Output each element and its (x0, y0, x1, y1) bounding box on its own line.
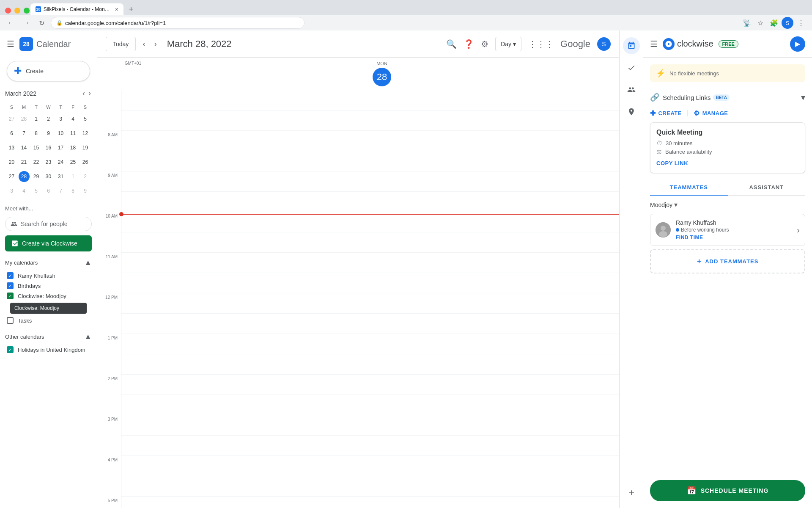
mini-cal-day[interactable]: 29 (30, 170, 42, 183)
calendar-checkbox[interactable]: ✓ (7, 293, 14, 299)
find-time-button[interactable]: FIND TIME (676, 235, 797, 240)
bookmark-icon[interactable]: ☆ (754, 17, 766, 29)
mini-cal-day[interactable]: 24 (55, 155, 66, 169)
my-calendars-section[interactable]: My calendars ▲ (5, 258, 92, 267)
mini-cal-day[interactable]: 9 (43, 127, 54, 140)
window-close[interactable] (5, 8, 11, 14)
mini-cal-day[interactable]: 10 (55, 127, 66, 140)
mini-cal-day[interactable]: 15 (30, 141, 42, 155)
mini-cal-day[interactable]: 12 (80, 127, 91, 140)
window-minimize[interactable] (14, 8, 20, 14)
calendar-checkbox[interactable]: ✓ (7, 282, 14, 289)
quick-meeting-card[interactable]: Quick Meeting ⏱ 30 minutes ⚖ Balance ava… (650, 122, 805, 173)
mini-cal-day[interactable]: 3 (6, 184, 17, 198)
schedule-meeting-button[interactable]: 📅 SCHEDULE MEETING (650, 480, 805, 501)
more-options-icon[interactable]: ⋮ (795, 17, 807, 29)
mini-cal-day[interactable]: 13 (6, 141, 17, 155)
window-maximize[interactable] (24, 8, 30, 14)
teammate-card-ramy[interactable]: Ramy Khuffash Before working hours FIND … (650, 214, 805, 246)
mini-cal-day[interactable]: 30 (43, 170, 54, 183)
mini-cal-day[interactable]: 21 (18, 155, 30, 169)
calendar-holidays-uk[interactable]: ✓ Holidays in United Kingdom (5, 345, 92, 355)
mini-cal-day[interactable]: 19 (80, 141, 91, 155)
mini-cal-day[interactable]: 4 (67, 112, 79, 126)
mini-cal-day[interactable]: 31 (55, 170, 66, 183)
back-button[interactable]: ← (5, 17, 17, 29)
create-button[interactable]: ✚ Create (7, 61, 90, 81)
user-avatar[interactable]: S (597, 37, 611, 51)
cw-play-button[interactable]: ▶ (790, 36, 805, 52)
search-people-button[interactable]: Search for people (5, 217, 92, 231)
today-button[interactable]: Today (106, 37, 136, 51)
other-calendars-section[interactable]: Other calendars ▲ (5, 332, 92, 341)
mini-cal-day[interactable]: 17 (55, 141, 66, 155)
help-button[interactable]: ❓ (464, 39, 474, 49)
scheduling-links-header[interactable]: 🔗 Scheduling Links BETA ▾ (650, 89, 805, 106)
tab-assistant[interactable]: ASSISTANT (728, 180, 806, 195)
mini-cal-day[interactable]: 8 (67, 184, 79, 198)
mini-cal-day[interactable]: 20 (6, 155, 17, 169)
cw-hamburger-menu[interactable]: ☰ (650, 39, 658, 49)
rail-icon-calendar[interactable] (623, 37, 640, 54)
mini-cal-day[interactable]: 6 (6, 127, 17, 140)
calendar-ramy-khuffash[interactable]: ✓ Ramy Khuffash (5, 271, 92, 281)
mini-cal-day[interactable]: 27 (6, 112, 17, 126)
profile-icon[interactable]: S (782, 17, 793, 29)
mini-cal-day[interactable]: 5 (30, 184, 42, 198)
mini-cal-day[interactable]: 7 (55, 184, 66, 198)
mini-cal-day[interactable]: 1 (67, 170, 79, 183)
new-tab-button[interactable]: + (125, 3, 137, 15)
search-button[interactable]: 🔍 (446, 39, 457, 49)
mini-cal-day[interactable]: 25 (67, 155, 79, 169)
mini-cal-day[interactable]: 1 (30, 112, 42, 126)
prev-period-button[interactable]: ‹ (141, 37, 147, 50)
mini-cal-day[interactable]: 27 (6, 170, 17, 183)
add-teammates-button[interactable]: + ADD TEAMMATES (650, 249, 805, 273)
rail-icon-plus[interactable] (623, 484, 640, 501)
copy-link-button[interactable]: COPY LINK (656, 160, 688, 166)
extensions-icon[interactable]: 🧩 (768, 17, 780, 29)
next-period-button[interactable]: › (152, 37, 159, 50)
mini-cal-day[interactable]: 4 (18, 184, 30, 198)
reload-button[interactable]: ↻ (36, 17, 47, 29)
calendar-birthdays[interactable]: ✓ Birthdays (5, 281, 92, 291)
mini-cal-day[interactable]: 7 (18, 127, 30, 140)
mini-cal-day[interactable]: 11 (67, 127, 79, 140)
mini-cal-day-today[interactable]: 28 (18, 170, 30, 183)
apps-button[interactable]: ⋮⋮⋮ (528, 39, 554, 49)
mini-cal-next[interactable]: › (88, 88, 92, 99)
manage-links-button[interactable]: ⚙ MANAGE (694, 109, 728, 117)
calendar-clockwise-moodjoy[interactable]: ✓ Clockwise: Moodjoy (5, 291, 92, 301)
events-column[interactable] (121, 90, 619, 508)
mini-cal-day[interactable]: 9 (80, 184, 91, 198)
mini-cal-day[interactable]: 26 (80, 155, 91, 169)
forward-button[interactable]: → (20, 17, 32, 29)
settings-button[interactable]: ⚙ (481, 39, 488, 49)
calendar-checkbox[interactable]: ✓ (7, 272, 14, 279)
rail-icon-check[interactable] (623, 59, 640, 76)
calendar-tasks[interactable]: Tasks (5, 315, 92, 326)
mini-cal-day[interactable]: 22 (30, 155, 42, 169)
day-number-large[interactable]: 28 (373, 68, 391, 86)
create-link-button[interactable]: ✚ CREATE (650, 109, 682, 117)
tab-teammates[interactable]: TEAMMATES (650, 180, 728, 196)
create-via-clockwise-button[interactable]: Create via Clockwise (5, 235, 92, 251)
active-tab[interactable]: 28 SilkPixels - Calendar - Monday... × (30, 3, 123, 15)
mini-cal-day[interactable]: 16 (43, 141, 54, 155)
mini-cal-day[interactable]: 23 (43, 155, 54, 169)
mini-cal-day[interactable]: 2 (80, 170, 91, 183)
view-selector[interactable]: Day ▾ (495, 37, 521, 51)
mini-cal-day[interactable]: 6 (43, 184, 54, 198)
mini-cal-prev[interactable]: ‹ (82, 88, 86, 99)
calendar-checkbox[interactable] (7, 317, 14, 324)
mini-cal-day[interactable]: 5 (80, 112, 91, 126)
mini-cal-day[interactable]: 18 (67, 141, 79, 155)
mini-cal-day[interactable]: 2 (43, 112, 54, 126)
team-selector[interactable]: Moodjoy ▾ (650, 201, 805, 209)
close-tab-icon[interactable]: × (115, 6, 118, 13)
cast-icon[interactable]: 📡 (741, 17, 753, 29)
rail-icon-location[interactable] (623, 103, 640, 120)
calendar-checkbox[interactable]: ✓ (7, 346, 14, 353)
rail-icon-people[interactable] (623, 81, 640, 98)
hamburger-menu[interactable]: ☰ (7, 39, 14, 49)
